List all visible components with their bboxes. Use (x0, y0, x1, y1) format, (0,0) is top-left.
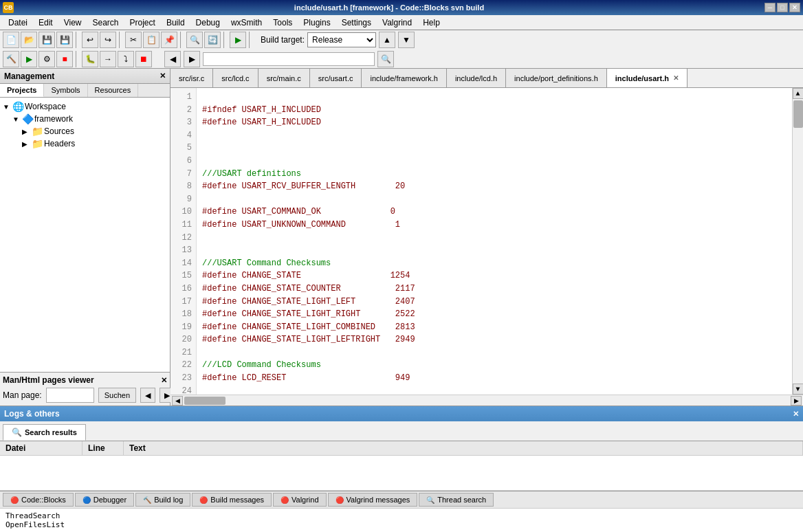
undo-button[interactable]: ↩ (82, 32, 98, 48)
build-run-button[interactable]: ⚙ (38, 51, 55, 67)
menu-help[interactable]: Help (417, 15, 446, 30)
search-icon: 🔍 (12, 428, 22, 437)
menu-debug[interactable]: Debug (190, 15, 226, 30)
run-button[interactable]: ▶ (230, 32, 246, 48)
tab-framework-h[interactable]: include/framework.h (362, 69, 446, 88)
bottom-panel-close-icon[interactable]: ✕ (793, 410, 799, 419)
results-body (0, 456, 803, 476)
suchen-button[interactable]: Suchen (98, 388, 136, 403)
menu-plugins[interactable]: Plugins (298, 15, 336, 30)
menu-datei[interactable]: Datei (3, 15, 33, 30)
management-close-icon[interactable]: ✕ (160, 71, 166, 80)
tab-lcd-h[interactable]: include/lcd.h (447, 69, 506, 88)
valgrind-messages-label: Valgrind messages (346, 496, 410, 504)
build-button[interactable]: 🔨 (3, 51, 19, 67)
new-button[interactable]: 📄 (3, 32, 19, 48)
headers-arrow: ▶ (22, 140, 32, 148)
menu-project[interactable]: Project (124, 15, 161, 30)
maximize-button[interactable]: □ (777, 3, 788, 12)
menu-bar: DateiEditViewSearchProjectBuildDebugwxSm… (0, 15, 803, 30)
menu-build[interactable]: Build (161, 15, 190, 30)
toolbar-area: 📄 📂 💾 💾 ↩ ↪ ✂ 📋 📌 🔍 🔄 ▶ Build target: Re… (0, 30, 803, 69)
search-next-icon[interactable]: ▶ (184, 51, 200, 67)
find-button[interactable]: 🔍 (186, 32, 203, 48)
redo-button[interactable]: ↪ (100, 32, 116, 48)
tab-usart-c[interactable]: src/usart.c (310, 69, 362, 88)
tree-area: ▼ 🌐 Workspace ▼ 🔷 framework ▶ 📁 Sources (0, 98, 170, 372)
copy-button[interactable]: 📋 (143, 32, 160, 48)
menu-view[interactable]: View (58, 15, 87, 30)
valgrind-messages-tab[interactable]: 🔴 Valgrind messages (328, 493, 418, 507)
tab-main-c[interactable]: src/main.c (258, 69, 310, 88)
man-html-close-icon[interactable]: ✕ (161, 376, 167, 385)
save-all-button[interactable]: 💾 (56, 32, 73, 48)
valgrind-label: Valgrind (292, 496, 319, 504)
build-log-tab[interactable]: 🔨 Build log (135, 493, 190, 507)
bottom-nav-tabs: 🔴 Code::Blocks 🔵 Debugger 🔨 Build log 🔴 … (0, 491, 803, 508)
horizontal-scrollbar[interactable]: ◀ ▶ (170, 395, 803, 406)
scroll-up-arrow[interactable]: ▲ (793, 88, 804, 99)
search-prev-icon[interactable]: ◀ (164, 51, 181, 67)
debug-next[interactable]: ⤵ (118, 51, 134, 67)
menu-edit[interactable]: Edit (33, 15, 58, 30)
h-scroll-left[interactable]: ◀ (172, 396, 183, 406)
title-icon: CB (3, 2, 14, 13)
search-go-button[interactable]: 🔍 (377, 51, 394, 67)
tab-isr-c[interactable]: src/isr.c (170, 69, 213, 88)
tab-lcd-c[interactable]: src/lcd.c (213, 69, 258, 88)
build-target-select[interactable]: Release Debug (307, 32, 376, 47)
minimize-button[interactable]: ─ (764, 3, 776, 12)
tree-item-workspace[interactable]: ▼ 🌐 Workspace (3, 100, 167, 113)
man-prev-button[interactable]: ◀ (140, 388, 155, 403)
results-header: Datei Line Text (0, 441, 803, 456)
tab-projects[interactable]: Projects (0, 84, 44, 97)
stop-button[interactable]: ■ (56, 51, 73, 67)
tab-port-definitions-h[interactable]: include/port_definitions.h (506, 69, 607, 88)
search-input[interactable] (203, 52, 375, 66)
menu-settings[interactable]: Settings (336, 15, 377, 30)
editor-area: src/isr.c src/lcd.c src/main.c src/usart… (170, 69, 803, 406)
menu-tools[interactable]: Tools (267, 15, 298, 30)
search-results-tab[interactable]: 🔍 Search results (3, 424, 86, 441)
close-button[interactable]: ✕ (789, 3, 800, 12)
man-page-input[interactable] (46, 388, 94, 403)
h-scroll-right[interactable]: ▶ (791, 396, 802, 406)
run-btn2[interactable]: ▶ (21, 51, 37, 67)
tab-symbols[interactable]: Symbols (44, 84, 87, 97)
thread-search-tab[interactable]: 🔍 Thread search (419, 493, 494, 507)
save-button[interactable]: 💾 (38, 32, 55, 48)
tree-item-sources[interactable]: ▶ 📁 Sources (22, 125, 167, 137)
vertical-scrollbar[interactable]: ▲ ▼ (792, 88, 803, 395)
code-content[interactable]: #ifndef USART_H_INCLUDED #define USART_H… (197, 88, 792, 395)
tab-usart-h[interactable]: include/usart.h ✕ (607, 69, 688, 88)
menu-valgrind[interactable]: Valgrind (377, 15, 417, 30)
scroll-down-arrow[interactable]: ▼ (793, 384, 804, 395)
paste-button[interactable]: 📌 (161, 32, 177, 48)
h-scroll-thumb[interactable] (184, 397, 226, 405)
tree-item-headers[interactable]: ▶ 📁 Headers (22, 137, 167, 150)
tree-item-framework[interactable]: ▼ 🔷 framework (12, 113, 167, 125)
tab-resources[interactable]: Resources (88, 84, 139, 97)
menu-wxsmith[interactable]: wxSmith (226, 15, 267, 30)
codeblocks-tab[interactable]: 🔴 Code::Blocks (3, 493, 74, 507)
scroll-thumb[interactable] (793, 100, 803, 128)
man-page-label: Man page: (3, 390, 42, 400)
build-messages-tab[interactable]: 🔴 Build messages (192, 493, 272, 507)
debug-button[interactable]: 🐛 (82, 51, 98, 67)
find-replace-button[interactable]: 🔄 (204, 32, 221, 48)
framework-children: ▶ 📁 Sources ▶ 📁 Headers (22, 125, 167, 150)
open-button[interactable]: 📂 (21, 32, 37, 48)
codeblocks-icon: 🔴 (10, 496, 19, 504)
build-target-label: Build target: (261, 35, 305, 45)
build-target-up[interactable]: ▲ (379, 32, 395, 48)
debug-stop[interactable]: ⏹ (135, 51, 152, 67)
valgrind-tab[interactable]: 🔴 Valgrind (273, 493, 327, 507)
debugger-tab[interactable]: 🔵 Debugger (75, 493, 134, 507)
thread-search-icon: 🔍 (426, 496, 434, 504)
results-area: Datei Line Text (0, 441, 803, 491)
menu-search[interactable]: Search (87, 15, 124, 30)
build-target-down[interactable]: ▼ (398, 32, 415, 48)
tab-close-icon[interactable]: ✕ (673, 74, 679, 82)
cut-button[interactable]: ✂ (125, 32, 142, 48)
debug-step[interactable]: → (100, 51, 116, 67)
